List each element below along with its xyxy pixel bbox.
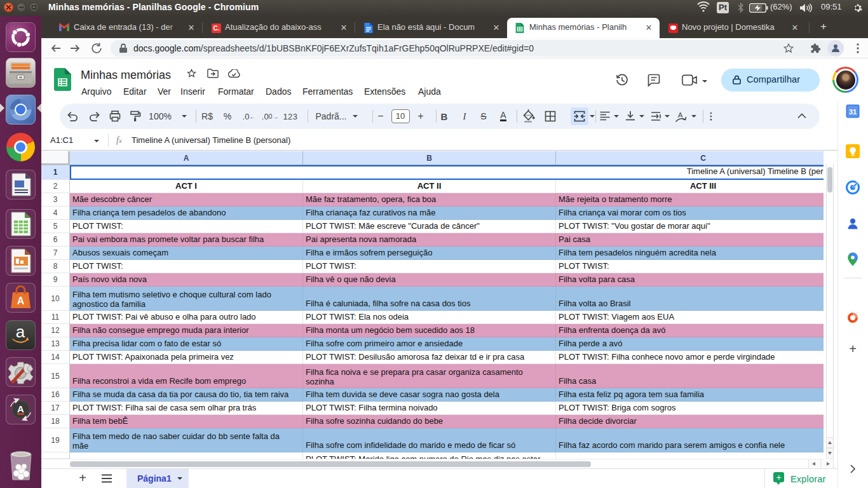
- svg-text:A: A: [17, 403, 24, 414]
- svg-text:31: 31: [849, 108, 857, 116]
- svg-text:A: A: [17, 295, 25, 306]
- svg-text:a: a: [16, 322, 25, 341]
- svg-text:A: A: [678, 111, 683, 119]
